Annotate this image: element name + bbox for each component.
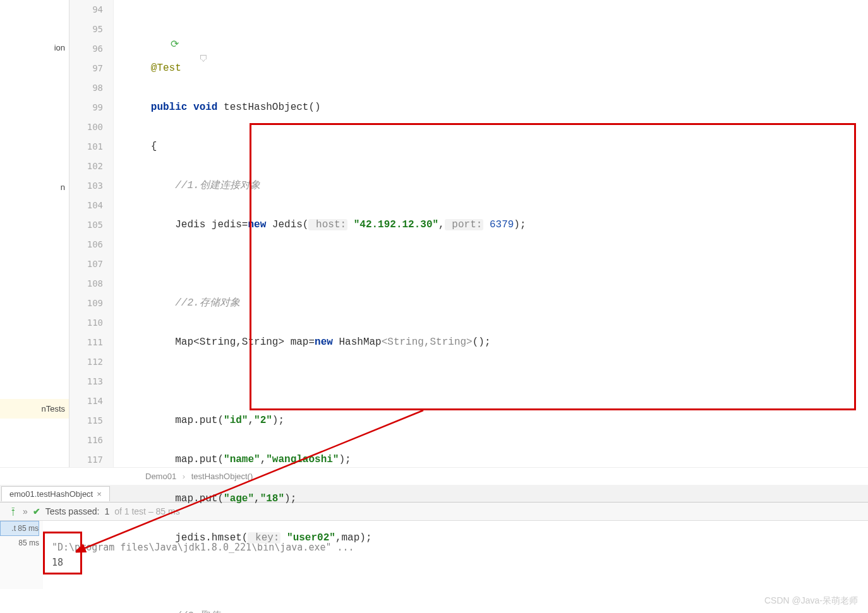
tab-label: emo01.testHashObject bbox=[9, 489, 93, 499]
run-tab[interactable]: emo01.testHashObject × bbox=[1, 486, 110, 501]
code-content[interactable]: @Test public void testHashObject() { //1… bbox=[114, 0, 868, 467]
line-gutter: 94 95 96 97 98 99 100 101 102 103 104 10… bbox=[69, 0, 114, 467]
expand-icon[interactable]: » bbox=[23, 506, 28, 516]
tree-item[interactable]: ion bbox=[0, 38, 69, 57]
check-circle-icon: ✔ bbox=[33, 506, 40, 516]
tests-passed-count: 1 bbox=[104, 506, 109, 516]
export-icon[interactable]: ⭱ bbox=[9, 506, 18, 516]
watermark: CSDN @Java-呆萌老师 bbox=[764, 595, 858, 607]
tree-item[interactable]: n bbox=[0, 177, 69, 197]
code-editor[interactable]: 94 95 96 97 98 99 100 101 102 103 104 10… bbox=[69, 0, 868, 467]
project-tree-clip[interactable]: ion n nTests bbox=[0, 0, 69, 467]
close-icon[interactable]: × bbox=[97, 489, 102, 499]
console-line: 18 bbox=[52, 557, 63, 568]
tree-item-selected[interactable]: nTests bbox=[0, 399, 69, 419]
tests-passed-label: Tests passed: bbox=[45, 506, 100, 516]
test-tree[interactable]: .t 85 ms 85 ms bbox=[0, 521, 43, 589]
